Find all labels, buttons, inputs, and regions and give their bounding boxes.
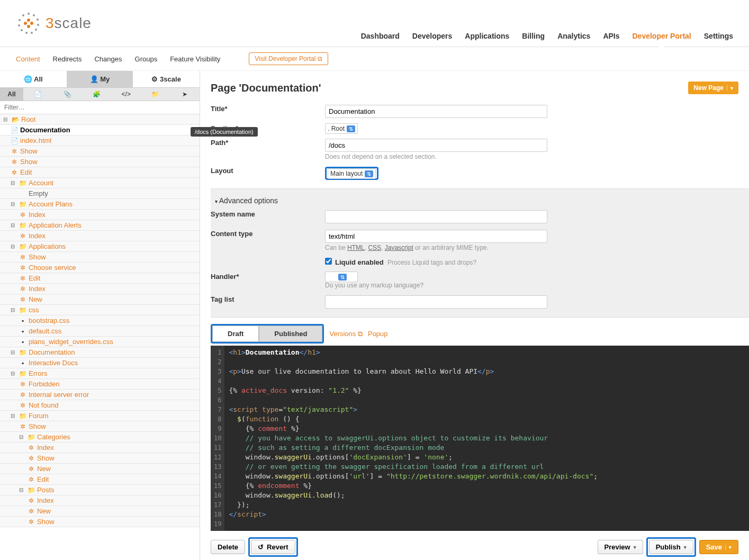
subnav-groups[interactable]: Groups [135,55,158,63]
subnav-content[interactable]: Content [16,55,40,63]
expand-toggle-icon[interactable]: ⊟ [11,201,17,207]
new-page-button[interactable]: New Page▾ [688,82,738,94]
filter-input[interactable] [0,101,200,114]
path-input[interactable] [325,139,547,152]
tree-item-account[interactable]: ⊟📁Account [0,178,200,188]
tree-item-account-plans[interactable]: ⊟📁Account Plans [0,199,200,210]
tree-item-show[interactable]: ✲Show [0,252,200,263]
tree-item-applications[interactable]: ⊟📁Applications [0,241,200,252]
filter-tab-puzzle[interactable]: 🧩 [82,88,112,101]
tree-item-posts[interactable]: ⊟📁Posts [0,485,200,495]
expand-toggle-icon[interactable]: ⊟ [11,243,17,249]
tree-item-errors[interactable]: ⊟📁Errors [0,368,200,379]
expand-toggle-icon[interactable]: ⊟ [11,222,17,228]
css-link[interactable]: CSS [368,244,381,251]
tree-item-internal-server-error[interactable]: ✲Internal server error [0,390,200,400]
topnav-billing[interactable]: Billing [522,32,545,47]
filter-tab-all[interactable]: All [0,88,23,101]
system-name-input[interactable] [325,210,547,223]
preview-button[interactable]: Preview▾ [598,540,643,554]
topnav-settings[interactable]: Settings [704,32,733,47]
liquid-checkbox[interactable] [325,258,332,265]
tree-item-new[interactable]: ✲New [0,464,200,474]
filter-tab-code[interactable]: </> [112,88,141,101]
expand-toggle-icon[interactable]: ⊟ [19,434,25,440]
tree-item-categories[interactable]: ⊟📁Categories [0,432,200,442]
tree-item-edit[interactable]: ✲Edit [0,474,200,485]
taglist-input[interactable] [325,295,547,309]
section-select[interactable]: . Root⇅ [325,123,358,134]
advanced-options-header[interactable]: Advanced options [211,194,749,207]
tree-item-index[interactable]: ✲Index [0,284,200,294]
subnav-redirects[interactable]: Redirects [53,55,82,63]
expand-toggle-icon[interactable]: ⊟ [11,349,17,355]
topnav-developer-portal[interactable]: Developer Portal [633,32,691,47]
visit-portal-button[interactable]: Visit Developer Portal ⧉ [249,52,328,65]
tree-item-default-css[interactable]: ▪default.css [0,326,200,337]
tree-item-documentation[interactable]: ⊟📁Documentation [0,347,200,358]
tree-item-choose-service[interactable]: ✲Choose service [0,263,200,273]
tree-item-new[interactable]: ✲New [0,506,200,517]
revert-button[interactable]: ↺Revert [251,540,295,554]
tree-item-index[interactable]: ✲Index [0,231,200,241]
tab-published[interactable]: Published [259,326,322,342]
tree-item-index[interactable]: ✲Index [0,442,200,453]
filter-tab-folder[interactable]: 📁 [141,88,170,101]
tree-item-edit[interactable]: ✲Edit [0,273,200,284]
tree-item-plans-widget-overrides-css[interactable]: ▪plans_widget_overrides.css [0,337,200,347]
tree-item-forum[interactable]: ⊟📁Forum [0,411,200,421]
tree-item-show[interactable]: ✲Show [0,146,200,157]
expand-toggle-icon[interactable]: ⊟ [11,180,17,186]
topnav-analytics[interactable]: Analytics [557,32,590,47]
sidebar-tab-my[interactable]: 👤 My [67,71,133,87]
tree-item-edit[interactable]: ✲Edit [0,167,200,178]
versions-link[interactable]: Versions ⧉ [329,330,363,338]
tree-item-show[interactable]: ✲Show [0,517,200,527]
tab-draft[interactable]: Draft [212,326,259,342]
tree-item-index[interactable]: ✲Index [0,210,200,220]
expand-toggle-icon[interactable]: ⊟ [11,371,17,376]
expand-toggle-icon[interactable]: ⊟ [19,487,25,493]
tree-item-root[interactable]: ⊟📂Root [0,114,200,125]
sidebar-tab-all[interactable]: 🌐 All [0,71,67,87]
tree-item-not-found[interactable]: ✲Not found [0,400,200,411]
save-button[interactable]: Save▾ [699,540,738,554]
tree-item-index-html[interactable]: 📄index.html [0,136,200,146]
expand-toggle-icon[interactable]: ⊟ [11,307,17,313]
filter-tab-attach[interactable]: 📎 [53,88,83,101]
tree-item-documentation[interactable]: 📄Documentation [0,125,200,136]
tree-item-show[interactable]: ✲Show [0,421,200,432]
topnav-apis[interactable]: APIs [603,32,619,47]
topnav-dashboard[interactable]: Dashboard [361,32,400,47]
expand-toggle-icon[interactable]: ⊟ [11,413,17,419]
content-type-input[interactable] [325,230,547,243]
js-link[interactable]: Javascript [385,244,413,251]
tree-item-application-alerts[interactable]: ⊟📁Application Alerts [0,220,200,231]
filter-tab-pages[interactable]: 📄 [23,88,53,101]
subnav-changes[interactable]: Changes [94,55,122,63]
popup-link[interactable]: Popup [368,330,388,338]
topnav-developers[interactable]: Developers [412,32,452,47]
code-editor[interactable]: 12345678910111213141516171819 <h1>Docume… [211,346,749,531]
tree-item-interactive-docs[interactable]: ▪Interactive Docs [0,358,200,368]
tree-item-css[interactable]: ⊟📁css [0,305,200,315]
tree-item-forbidden[interactable]: ✲Forbidden [0,379,200,390]
tree-item-bootstrap-css[interactable]: ▪bootstrap.css [0,315,200,326]
html-link[interactable]: HTML [347,244,365,251]
sidebar-tab-3scale[interactable]: ⚙ 3scale [133,71,200,87]
expand-toggle-icon[interactable]: ⊟ [3,116,10,122]
tree-item-show[interactable]: ✲Show [0,157,200,167]
tree-item-empty[interactable]: Empty [0,188,200,199]
title-input[interactable] [325,105,547,118]
layout-select[interactable]: Main layout⇅ [328,168,376,179]
delete-button[interactable]: Delete [211,540,245,554]
tree-item-index[interactable]: ✲Index [0,495,200,506]
tree-item-new[interactable]: ✲New [0,294,200,305]
tree-item-show[interactable]: ✲Show [0,453,200,464]
handler-select[interactable]: ⇅ [325,272,358,282]
svg-point-8 [18,24,20,26]
filter-tab-send[interactable]: ➤ [170,88,200,101]
subnav-feature-visibility[interactable]: Feature Visibility [170,55,220,63]
topnav-applications[interactable]: Applications [465,32,509,47]
publish-button[interactable]: Publish▾ [649,540,693,554]
